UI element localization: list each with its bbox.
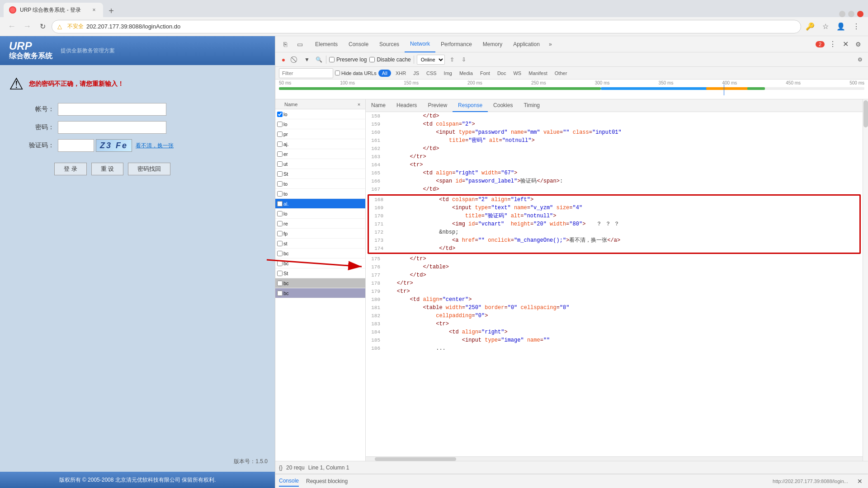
list-item[interactable]: St <box>275 169 365 179</box>
filter-tab-doc[interactable]: Doc <box>495 70 509 77</box>
list-item[interactable]: er <box>275 149 365 159</box>
filter-tab-all[interactable]: All <box>378 70 391 77</box>
list-item[interactable]: bc <box>275 278 365 288</box>
resp-tab-timing[interactable]: Timing <box>518 99 545 112</box>
filter-tab-other[interactable]: Other <box>552 70 570 77</box>
devtools-close-icon[interactable]: ✕ <box>839 38 852 51</box>
filter-icon[interactable]: ▼ <box>302 55 311 64</box>
list-item[interactable]: pr <box>275 129 365 139</box>
upload-icon[interactable]: ⇧ <box>448 55 457 64</box>
tab-memory[interactable]: Memory <box>477 36 508 52</box>
tab-elements[interactable]: Elements <box>310 36 343 52</box>
list-item[interactable]: lo <box>275 119 365 129</box>
console-close-icon[interactable]: ✕ <box>855 477 864 486</box>
list-item[interactable]: ut <box>275 159 365 169</box>
list-item-selected[interactable]: al. <box>275 199 365 209</box>
line-number: 173 <box>371 236 387 244</box>
tab-more[interactable]: » <box>545 36 556 52</box>
resp-tab-cookies[interactable]: Cookies <box>488 99 518 112</box>
console-tab-console[interactable]: Console <box>279 476 299 487</box>
window-close[interactable] <box>857 11 863 17</box>
list-item[interactable]: re <box>275 219 365 229</box>
disable-cache-label[interactable]: Disable cache <box>369 56 410 63</box>
console-tab-request-blocking[interactable]: Request blocking <box>306 476 348 486</box>
col-x[interactable]: × <box>354 102 363 107</box>
download-icon[interactable]: ⇩ <box>459 55 468 64</box>
filter-tab-img[interactable]: Img <box>441 70 455 77</box>
list-item[interactable]: st <box>275 239 365 249</box>
login-button[interactable]: 登 录 <box>54 163 87 175</box>
resp-tab-name[interactable]: Name <box>366 99 391 112</box>
record-button[interactable]: ● <box>279 55 288 64</box>
list-item[interactable]: bc <box>275 249 365 258</box>
password-input[interactable] <box>58 121 166 134</box>
devtools-dock-icon[interactable]: ▭ <box>293 38 306 51</box>
filter-tab-media[interactable]: Media <box>457 70 476 77</box>
list-item[interactable]: St <box>275 268 365 278</box>
hide-data-urls-label[interactable]: Hide data URLs <box>335 70 377 76</box>
forward-button[interactable]: → <box>21 20 33 33</box>
tab-network[interactable]: Network <box>405 36 435 52</box>
list-item[interactable]: aj. <box>275 139 365 149</box>
list-item[interactable]: lo <box>275 209 365 219</box>
settings-icon[interactable]: ⚙ <box>855 55 864 64</box>
forgot-button[interactable]: 密码找回 <box>128 163 170 175</box>
list-item[interactable]: bc <box>275 288 365 298</box>
resp-tab-preview[interactable]: Preview <box>422 99 453 112</box>
bookmark-icon[interactable]: ☆ <box>819 20 832 33</box>
preserve-log-checkbox[interactable] <box>329 57 335 62</box>
tab-bar: URP 综合教务系统 - 登录 × + <box>0 0 868 17</box>
window-maximize[interactable] <box>848 11 854 17</box>
disable-cache-checkbox[interactable] <box>369 57 375 62</box>
reset-button[interactable]: 重 设 <box>91 163 124 175</box>
filter-tab-manifest[interactable]: Manifest <box>526 70 550 77</box>
clear-button[interactable]: ⃠ <box>291 55 300 64</box>
captcha-input[interactable] <box>58 139 94 152</box>
col-name[interactable]: Name <box>284 102 354 107</box>
filter-tab-xhr[interactable]: XHR <box>393 70 409 77</box>
filter-tab-ws[interactable]: WS <box>510 70 524 77</box>
filter-input[interactable] <box>279 68 333 78</box>
refresh-button[interactable]: ↻ <box>36 20 49 33</box>
devtools-more-icon[interactable]: ⋮ <box>826 38 839 51</box>
window-minimize[interactable] <box>839 11 845 17</box>
tab-application[interactable]: Application <box>508 36 545 52</box>
line-content: </td> <box>387 244 858 253</box>
list-item[interactable]: fp <box>275 229 365 239</box>
tab-console[interactable]: Console <box>343 36 374 52</box>
line-content: <td align="right"> <box>384 328 861 336</box>
address-bar[interactable]: △ 不安全 202.207.177.39:8088/loginAction.do <box>52 20 801 33</box>
list-item[interactable]: lo <box>275 109 365 119</box>
filter-tab-js[interactable]: JS <box>410 70 422 77</box>
list-item[interactable]: bc <box>275 258 365 268</box>
preserve-log-label[interactable]: Preserve log <box>329 56 367 63</box>
online-select[interactable]: Online <box>417 55 445 65</box>
new-tab-button[interactable]: + <box>105 5 118 17</box>
line-number: 180 <box>368 296 384 304</box>
tab-performance[interactable]: Performance <box>435 36 477 52</box>
address-url[interactable]: 202.207.177.39:8088/loginAction.do <box>86 23 180 30</box>
list-item[interactable]: to <box>275 189 365 199</box>
devtools-settings-icon[interactable]: ⚙ <box>852 38 864 51</box>
menu-icon[interactable]: ⋮ <box>850 20 863 33</box>
back-button[interactable]: ← <box>5 20 18 33</box>
hide-data-urls-checkbox[interactable] <box>335 70 340 75</box>
resp-tab-response[interactable]: Response <box>453 99 488 112</box>
search-icon[interactable]: 🔍 <box>314 55 323 64</box>
list-item[interactable]: to <box>275 179 365 189</box>
tab-close-button[interactable]: × <box>90 6 98 14</box>
tab-sources[interactable]: Sources <box>374 36 405 52</box>
resp-tab-headers[interactable]: Headers <box>391 99 422 112</box>
format-json-icon[interactable]: {} <box>279 465 283 471</box>
vertical-scrollbar[interactable] <box>863 99 868 461</box>
line-number: 175 <box>368 255 384 263</box>
account-icon[interactable]: 👤 <box>835 20 847 33</box>
captcha-image: Z3 Fe <box>96 139 132 152</box>
active-tab[interactable]: URP 综合教务系统 - 登录 × <box>4 3 103 17</box>
filter-tab-css[interactable]: CSS <box>424 70 439 77</box>
captcha-refresh-link[interactable]: 看不清，换一张 <box>136 142 174 150</box>
devtools-inspect-icon[interactable]: ⎘ <box>279 38 292 51</box>
filter-tab-font[interactable]: Font <box>477 70 493 77</box>
account-input[interactable] <box>58 103 166 116</box>
horizontal-scrollbar[interactable] <box>366 456 863 461</box>
